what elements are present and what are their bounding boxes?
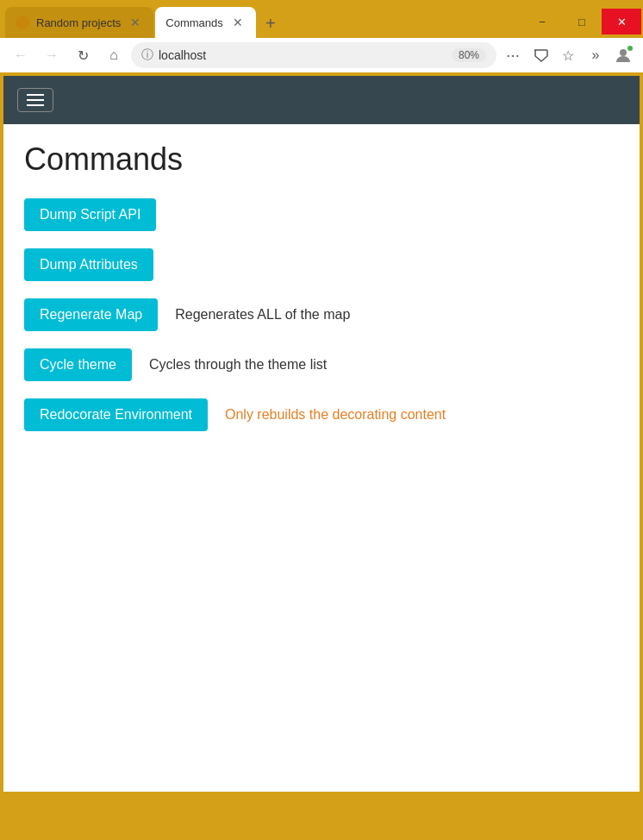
maximize-button[interactable]: □ bbox=[562, 9, 602, 34]
regenerate-map-button[interactable]: Regenerate Map bbox=[24, 298, 158, 331]
home-button[interactable]: ⌂ bbox=[100, 41, 128, 69]
extensions-button[interactable]: » bbox=[583, 42, 609, 68]
tab-icon-random bbox=[16, 16, 29, 29]
main-content: Commands Dump Script API Dump Attributes… bbox=[3, 124, 640, 466]
profile-button[interactable] bbox=[610, 42, 636, 68]
minimize-button[interactable]: − bbox=[522, 9, 562, 34]
browser-chrome: Random projects ✕ Commands ✕ + − □ ✕ ← →… bbox=[0, 0, 643, 72]
pocket-button[interactable] bbox=[528, 42, 553, 68]
page-title: Commands bbox=[24, 141, 619, 178]
tab-bar: Random projects ✕ Commands ✕ + − □ ✕ bbox=[0, 0, 643, 38]
command-row-dump-attributes: Dump Attributes bbox=[24, 248, 619, 281]
profile-badge bbox=[626, 44, 634, 53]
page-wrapper: Commands Dump Script API Dump Attributes… bbox=[0, 72, 643, 795]
dump-attributes-button[interactable]: Dump Attributes bbox=[24, 248, 153, 281]
address-bar: ← → ↻ ⌂ ⓘ localhost 80% ⋯ ☆ » bbox=[0, 38, 643, 72]
hamburger-line-2 bbox=[27, 99, 44, 101]
page-content: Commands Dump Script API Dump Attributes… bbox=[3, 76, 640, 792]
star-button[interactable]: ☆ bbox=[555, 42, 581, 68]
hamburger-line-1 bbox=[27, 94, 44, 96]
url-bar[interactable]: ⓘ localhost 80% bbox=[131, 42, 496, 68]
regenerate-map-description: Regenerates ALL of the map bbox=[175, 307, 350, 323]
redocorate-environment-description: Only rebuilds the decorating content bbox=[225, 407, 446, 423]
overflow-button[interactable]: ⋯ bbox=[500, 42, 526, 68]
redocorate-environment-button[interactable]: Redocorate Environment bbox=[24, 398, 208, 431]
info-icon: ⓘ bbox=[141, 47, 153, 63]
back-button[interactable]: ← bbox=[7, 41, 34, 69]
command-row-cycle-theme: Cycle theme Cycles through the theme lis… bbox=[24, 348, 619, 381]
tab-label-commands: Commands bbox=[165, 16, 222, 29]
tab-random-projects[interactable]: Random projects ✕ bbox=[5, 7, 153, 38]
command-row-regenerate-map: Regenerate Map Regenerates ALL of the ma… bbox=[24, 298, 619, 331]
tab-close-commands[interactable]: ✕ bbox=[230, 15, 246, 30]
cycle-theme-description: Cycles through the theme list bbox=[149, 357, 327, 373]
tab-commands[interactable]: Commands ✕ bbox=[155, 7, 255, 38]
hamburger-button[interactable] bbox=[17, 88, 53, 112]
command-row-dump-script-api: Dump Script API bbox=[24, 198, 619, 231]
close-button[interactable]: ✕ bbox=[602, 9, 641, 34]
zoom-level: 80% bbox=[452, 48, 486, 62]
url-text: localhost bbox=[159, 48, 446, 62]
hamburger-line-3 bbox=[27, 104, 44, 106]
new-tab-button[interactable]: + bbox=[258, 10, 284, 36]
refresh-button[interactable]: ↻ bbox=[69, 41, 97, 69]
cycle-theme-button[interactable]: Cycle theme bbox=[24, 348, 132, 381]
forward-button[interactable]: → bbox=[38, 41, 66, 69]
tab-close-random[interactable]: ✕ bbox=[128, 15, 143, 30]
tab-label-random: Random projects bbox=[36, 16, 121, 29]
toolbar-icons: ⋯ ☆ » bbox=[500, 42, 636, 68]
dump-script-api-button[interactable]: Dump Script API bbox=[24, 198, 156, 231]
navbar bbox=[3, 76, 640, 124]
window-controls: − □ ✕ bbox=[522, 9, 641, 34]
command-row-redocorate-environment: Redocorate Environment Only rebuilds the… bbox=[24, 398, 619, 431]
